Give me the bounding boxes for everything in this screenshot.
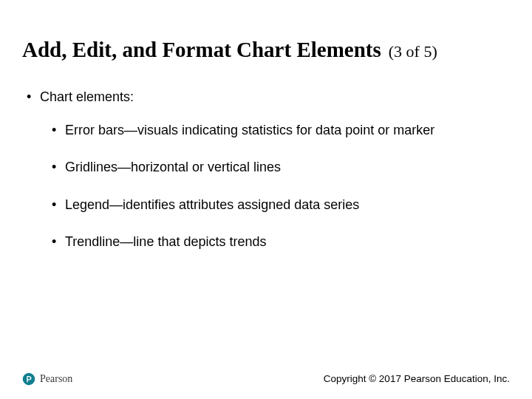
slide-counter: (3 of 5) — [389, 42, 437, 61]
slide-title: Add, Edit, and Format Chart Elements — [22, 38, 381, 61]
bullet-level1-text: Chart elements: — [40, 89, 134, 104]
brand-name: Pearson — [40, 373, 72, 385]
slide-footer: Pearson Copyright © 2017 Pearson Educati… — [0, 368, 532, 386]
bullet-level1: Chart elements: — [22, 89, 510, 106]
bullet-level2-text: Error bars—visuals indicating statistics… — [65, 123, 434, 137]
svg-point-0 — [22, 372, 35, 386]
bullet-level2: Gridlines—horizontal or vertical lines — [22, 159, 510, 176]
slide-title-row: Add, Edit, and Format Chart Elements (3 … — [22, 38, 510, 62]
bullet-level2-text: Trendline—line that depicts trends — [65, 234, 266, 249]
bullet-level2: Legend—identifies attributes assigned da… — [22, 197, 510, 214]
pearson-logo-icon — [22, 372, 35, 386]
bullet-level2-text: Legend—identifies attributes assigned da… — [65, 197, 359, 212]
slide-content: Chart elements: Error bars—visuals indic… — [22, 89, 510, 271]
bullet-level2: Trendline—line that depicts trends — [22, 233, 510, 250]
copyright-text: Copyright © 2017 Pearson Education, Inc. — [324, 373, 510, 384]
bullet-level2: Error bars—visuals indicating statistics… — [22, 122, 510, 139]
brand-logo: Pearson — [22, 372, 72, 386]
bullet-level2-text: Gridlines—horizontal or vertical lines — [65, 160, 281, 174]
slide: Add, Edit, and Format Chart Elements (3 … — [0, 0, 532, 399]
